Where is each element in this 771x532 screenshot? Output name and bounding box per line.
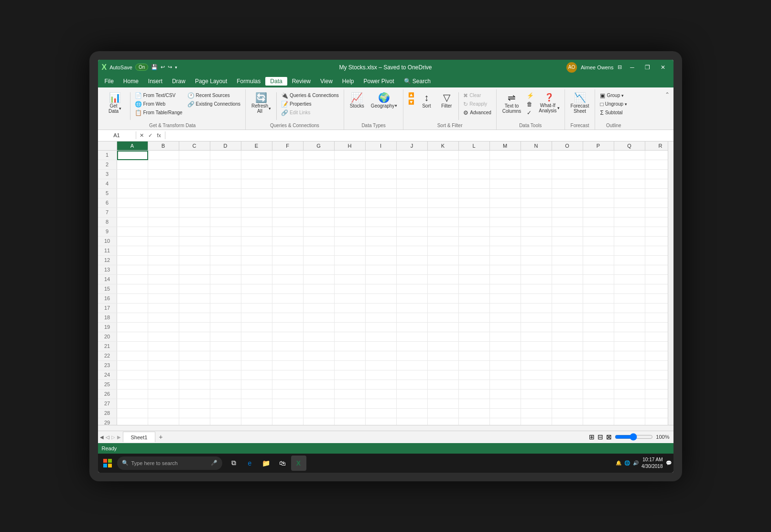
cell-K28[interactable] [428,409,459,418]
cell-B9[interactable] [148,227,179,237]
cell-Q11[interactable] [614,246,645,256]
restore-button[interactable]: ❐ [641,63,654,72]
cell-A16[interactable] [117,294,148,304]
cell-B10[interactable] [148,237,179,246]
cell-O25[interactable] [552,380,583,390]
cell-O15[interactable] [552,284,583,294]
cell-D4[interactable] [210,179,241,189]
cell-G2[interactable] [304,160,335,170]
cell-L2[interactable] [459,160,490,170]
col-header-B[interactable]: B [148,141,179,150]
group-button[interactable]: ▣ Group ▾ [598,91,629,100]
cell-K21[interactable] [428,342,459,351]
cell-O27[interactable] [552,399,583,409]
cell-B13[interactable] [148,265,179,275]
cell-F5[interactable] [272,189,304,198]
cell-H20[interactable] [335,332,366,342]
cell-M19[interactable] [490,323,521,332]
cell-H21[interactable] [335,342,366,351]
cell-B15[interactable] [148,284,179,294]
cell-D1[interactable] [210,151,241,160]
cell-B17[interactable] [148,304,179,313]
cell-H22[interactable] [335,351,366,361]
sheet-nav-leftmost[interactable]: ◁ [106,434,109,440]
properties-button[interactable]: 📝 Properties [279,100,341,109]
cell-B4[interactable] [148,179,179,189]
cell-N29[interactable] [521,418,552,425]
collapse-ribbon-button[interactable]: ⌃ [665,91,670,98]
cell-R26[interactable] [645,390,668,399]
cell-G7[interactable] [304,208,335,217]
cell-M15[interactable] [490,284,521,294]
cell-K25[interactable] [428,380,459,390]
cell-I7[interactable] [366,208,397,217]
cell-N11[interactable] [521,246,552,256]
cell-O20[interactable] [552,332,583,342]
cell-F12[interactable] [272,256,304,265]
cell-H5[interactable] [335,189,366,198]
row-number-21[interactable]: 21 [98,342,117,351]
row-number-24[interactable]: 24 [98,370,117,380]
cell-L9[interactable] [459,227,490,237]
filter-button[interactable]: ▽ Filter [437,91,456,110]
cell-A25[interactable] [117,380,148,390]
cell-D18[interactable] [210,313,241,323]
cell-I29[interactable] [366,418,397,425]
cell-J15[interactable] [397,284,428,294]
cell-C19[interactable] [179,323,210,332]
cell-R3[interactable] [645,170,668,179]
cell-D24[interactable] [210,370,241,380]
cell-D9[interactable] [210,227,241,237]
cell-F10[interactable] [272,237,304,246]
cell-Q2[interactable] [614,160,645,170]
cell-H10[interactable] [335,237,366,246]
cell-P21[interactable] [583,342,614,351]
cell-F22[interactable] [272,351,304,361]
cell-O17[interactable] [552,304,583,313]
cell-J19[interactable] [397,323,428,332]
clear-button[interactable]: ✖ Clear [461,91,493,100]
cell-J8[interactable] [397,217,428,227]
cell-Q19[interactable] [614,323,645,332]
cell-N10[interactable] [521,237,552,246]
cell-G9[interactable] [304,227,335,237]
cell-M4[interactable] [490,179,521,189]
cell-M6[interactable] [490,198,521,208]
cell-K7[interactable] [428,208,459,217]
cell-C24[interactable] [179,370,210,380]
cell-J4[interactable] [397,179,428,189]
stocks-button[interactable]: 📈 Stocks [347,91,367,110]
cell-F26[interactable] [272,390,304,399]
cell-A13[interactable] [117,265,148,275]
cell-F19[interactable] [272,323,304,332]
cell-G1[interactable] [304,151,335,160]
from-text-csv-button[interactable]: 📄 From Text/CSV [133,91,185,100]
cell-O5[interactable] [552,189,583,198]
cell-C8[interactable] [179,217,210,227]
cell-J10[interactable] [397,237,428,246]
row-number-22[interactable]: 22 [98,351,117,360]
cell-N12[interactable] [521,256,552,265]
cell-G23[interactable] [304,361,335,370]
file-explorer-button[interactable]: 📁 [259,456,274,471]
zoom-slider[interactable] [615,433,653,441]
cell-H14[interactable] [335,275,366,284]
sheet-nav-rightmost[interactable]: ▷ [111,434,115,440]
cell-N1[interactable] [521,151,552,160]
cell-E4[interactable] [241,179,272,189]
accept-formula-button[interactable]: ✓ [147,131,154,139]
cell-L28[interactable] [459,409,490,418]
menu-power-pivot[interactable]: Power Pivot [359,77,399,86]
cell-O13[interactable] [552,265,583,275]
cell-I24[interactable] [366,370,397,380]
cell-P8[interactable] [583,217,614,227]
cell-H18[interactable] [335,313,366,323]
cell-J18[interactable] [397,313,428,323]
cell-R17[interactable] [645,304,668,313]
cell-R21[interactable] [645,342,668,351]
cell-K20[interactable] [428,332,459,342]
cell-I20[interactable] [366,332,397,342]
excel-taskbar-button[interactable]: X [291,456,306,471]
cell-P28[interactable] [583,409,614,418]
cell-R24[interactable] [645,370,668,380]
